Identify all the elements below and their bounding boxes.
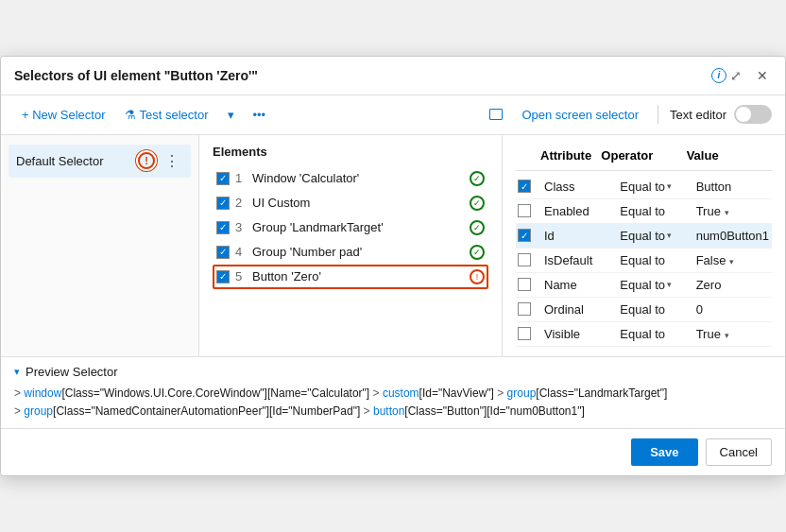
minimize-button[interactable]: ⤢	[726, 66, 745, 85]
element-name-3: Group 'LandmarkTarget'	[252, 220, 464, 234]
test-selector-button[interactable]: ⚗ Test selector	[117, 103, 216, 127]
attr-checkbox-ordinal[interactable]	[518, 302, 531, 316]
attr-checkbox-id[interactable]: ✓	[518, 229, 531, 242]
save-button[interactable]: Save	[631, 438, 697, 466]
toolbar: + New Selector ⚗ Test selector ▾ ••• Ope…	[1, 95, 785, 135]
attr-checkbox-class[interactable]: ✓	[518, 180, 531, 193]
preview-header[interactable]: ▾ Preview Selector	[14, 365, 772, 379]
attr-name-class: Class	[544, 180, 618, 194]
dialog: Selectors of UI element "Button 'Zero'" …	[0, 56, 786, 476]
attr-name-id: Id	[544, 229, 618, 243]
test-selector-dropdown-button[interactable]: ▾	[220, 103, 242, 127]
more-icon: •••	[253, 108, 266, 122]
attr-op-class: Equal to ▾	[620, 180, 693, 194]
toolbar-separator	[658, 105, 658, 124]
attr-val-enabled: True ▾	[696, 204, 770, 218]
attr-row-id[interactable]: ✓ Id Equal to ▾ num0Button1	[516, 224, 772, 249]
element-name-2: UI Custom	[252, 196, 464, 210]
element-status-4: ✓	[470, 245, 485, 260]
attr-name-enabled: Enabled	[544, 204, 618, 218]
element-num-4: 4	[235, 245, 247, 259]
element-name-4: Group 'Number pad'	[252, 245, 464, 259]
element-num-5: 5	[235, 269, 247, 283]
attr-row-ordinal[interactable]: Ordinal Equal to 0	[516, 298, 772, 322]
toggle-knob	[736, 107, 751, 122]
attr-col-value: Value	[687, 148, 772, 163]
element-num-1: 1	[235, 171, 247, 185]
attr-val-name: Zero	[696, 278, 770, 292]
attr-name-ordinal: Ordinal	[544, 302, 618, 317]
attr-val-visible: True ▾	[696, 327, 770, 341]
attr-row-name[interactable]: Name Equal to ▾ Zero	[516, 273, 772, 298]
element-num-2: 2	[235, 196, 247, 210]
element-row-highlighted[interactable]: ✓ 5 Button 'Zero' !	[213, 265, 488, 289]
preview-section: ▾ Preview Selector > window[Class="Windo…	[1, 356, 785, 428]
attr-name-isdefault: IsDefault	[544, 253, 618, 267]
test-selector-label: Test selector	[140, 108, 209, 122]
element-name-5: Button 'Zero'	[252, 269, 464, 283]
element-status-1: ✓	[470, 171, 485, 186]
element-row[interactable]: ✓ 1 Window 'Calculator' ✓	[213, 166, 488, 191]
default-selector-item[interactable]: Default Selector ! ⋮	[9, 145, 191, 178]
selector-warning-icon: !	[138, 152, 155, 169]
attr-col-attribute: Attribute	[516, 148, 601, 163]
preview-chevron-icon: ▾	[14, 366, 20, 378]
title-bar-controls: ⤢ ✕	[726, 66, 772, 85]
attr-row-enabled[interactable]: Enabled Equal to True ▾	[516, 199, 772, 224]
elements-panel: Elements ✓ 1 Window 'Calculator' ✓ ✓ 2 U…	[199, 135, 502, 356]
element-checkbox-5[interactable]: ✓	[216, 270, 230, 283]
elements-header: Elements	[213, 145, 488, 159]
close-button[interactable]: ✕	[753, 66, 772, 85]
selector-panel: Default Selector ! ⋮	[1, 135, 199, 356]
screen-selector-icon	[489, 109, 503, 120]
cancel-button[interactable]: Cancel	[706, 438, 772, 466]
open-screen-selector-label: Open screen selector	[521, 108, 639, 122]
attr-checkbox-isdefault[interactable]	[518, 253, 531, 266]
attr-checkbox-enabled[interactable]	[518, 204, 531, 217]
attr-val-id: num0Button1	[696, 229, 770, 243]
dialog-title: Selectors of UI element "Button 'Zero'"	[14, 68, 706, 83]
attr-row-visible[interactable]: Visible Equal to True ▾	[516, 322, 772, 347]
open-screen-selector-button[interactable]: Open screen selector	[514, 103, 646, 127]
selector-kebab-button[interactable]: ⋮	[161, 150, 183, 172]
attr-val-isdefault: False ▾	[696, 253, 770, 267]
element-checkbox-4[interactable]: ✓	[216, 246, 230, 259]
preview-code: > window[Class="Windows.UI.Core.CoreWind…	[14, 385, 772, 420]
attributes-panel: Attribute Operator Value ✓ Class Equal t…	[502, 135, 785, 356]
more-options-button[interactable]: •••	[246, 103, 274, 127]
attr-checkbox-visible[interactable]	[518, 327, 531, 340]
attr-col-operator: Operator	[601, 148, 686, 163]
attr-val-ordinal: 0	[696, 302, 770, 317]
text-editor-toggle[interactable]	[734, 105, 772, 124]
element-row[interactable]: ✓ 3 Group 'LandmarkTarget' ✓	[213, 215, 488, 240]
preview-line-2: > group[Class="NamedContainerAutomationP…	[14, 403, 772, 420]
chevron-down-icon: ▾	[228, 108, 234, 122]
attr-name-name: Name	[544, 278, 618, 292]
element-row[interactable]: ✓ 2 UI Custom ✓	[213, 191, 488, 215]
attr-row-isdefault[interactable]: IsDefault Equal to False ▾	[516, 249, 772, 273]
selector-label: Default Selector	[16, 154, 132, 168]
attr-val-class: Button	[696, 180, 770, 194]
attr-checkbox-name[interactable]	[518, 278, 531, 291]
element-num-3: 3	[235, 220, 247, 234]
main-area: Default Selector ! ⋮ Elements ✓ 1 Window…	[1, 135, 785, 356]
element-checkbox-1[interactable]: ✓	[216, 172, 230, 185]
element-checkbox-3[interactable]: ✓	[216, 221, 230, 234]
attr-op-isdefault: Equal to	[620, 253, 693, 267]
attr-row-class[interactable]: ✓ Class Equal to ▾ Button	[516, 175, 772, 199]
info-icon[interactable]: i	[711, 68, 726, 83]
attr-op-id: Equal to ▾	[620, 229, 693, 243]
toolbar-right: Open screen selector Text editor	[489, 103, 772, 127]
flask-icon: ⚗	[125, 108, 136, 122]
new-selector-label: + New Selector	[22, 108, 106, 122]
element-status-5: !	[470, 269, 485, 284]
footer: Save Cancel	[1, 428, 785, 475]
attr-op-visible: Equal to	[620, 327, 693, 341]
element-status-3: ✓	[470, 220, 485, 235]
preview-label: Preview Selector	[26, 365, 118, 379]
preview-line-1: > window[Class="Windows.UI.Core.CoreWind…	[14, 385, 772, 403]
element-checkbox-2[interactable]: ✓	[216, 197, 230, 210]
element-row[interactable]: ✓ 4 Group 'Number pad' ✓	[213, 240, 488, 265]
attr-op-ordinal: Equal to	[620, 302, 693, 317]
new-selector-button[interactable]: + New Selector	[14, 103, 113, 127]
